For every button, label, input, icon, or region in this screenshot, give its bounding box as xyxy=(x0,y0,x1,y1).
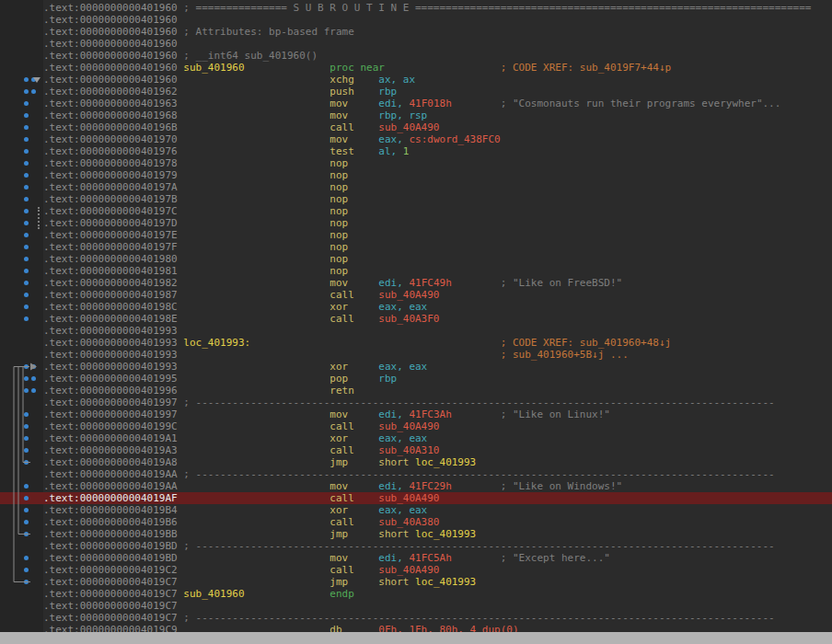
asm-line[interactable]: .text:00000000004019B6 call sub_40A380 xyxy=(0,516,832,528)
breakpoint-dot[interactable] xyxy=(24,125,29,130)
asm-line[interactable]: .text:0000000000401981 nop xyxy=(0,265,832,277)
breakpoint-dot[interactable] xyxy=(24,233,29,237)
asm-line[interactable]: .text:000000000040199C call sub_40A490 xyxy=(0,420,832,432)
line-address: .text:00000000004019C7 xyxy=(43,612,183,624)
asm-line[interactable]: .text:0000000000401960 xyxy=(0,14,832,26)
asm-line[interactable]: .text:0000000000401997 ; ---------------… xyxy=(0,397,832,408)
asm-line[interactable]: .text:000000000040197F nop xyxy=(0,241,832,253)
asm-line[interactable]: .text:0000000000401997 mov edi, 41FC3Ah … xyxy=(0,408,832,420)
breakpoint-dot[interactable] xyxy=(24,580,29,584)
breakpoint-dot[interactable] xyxy=(24,149,29,154)
asm-line[interactable]: .text:0000000000401993 xor eax, eax xyxy=(0,361,832,373)
asm-line[interactable]: .text:0000000000401980 nop xyxy=(0,253,832,265)
breakpoint-dot[interactable] xyxy=(31,89,36,94)
breakpoint-dot[interactable] xyxy=(31,388,36,393)
asm-line[interactable]: .text:0000000000401979 nop xyxy=(0,169,832,181)
asm-line[interactable]: .text:000000000040197A nop xyxy=(0,181,832,193)
asm-line[interactable]: .text:0000000000401960 sub_401960 proc n… xyxy=(0,62,832,74)
breakpoint-dot[interactable] xyxy=(24,161,29,166)
asm-line[interactable]: .text:0000000000401968 mov rbp, rsp xyxy=(0,109,832,121)
breakpoint-dot[interactable] xyxy=(24,436,29,441)
breakpoint-dot[interactable] xyxy=(24,185,29,190)
asm-line[interactable]: .text:00000000004019C7 xyxy=(0,600,832,612)
asm-line[interactable]: .text:00000000004019AF call sub_40A490 xyxy=(0,492,832,504)
breakpoint-dot[interactable] xyxy=(24,269,29,273)
asm-line[interactable]: .text:00000000004019C7 sub_401960 endp xyxy=(0,588,832,600)
asm-line[interactable]: .text:0000000000401978 nop xyxy=(0,157,832,169)
breakpoint-dot[interactable] xyxy=(24,316,29,321)
breakpoint-dot[interactable] xyxy=(24,245,29,249)
asm-line[interactable]: .text:0000000000401995 pop rbp xyxy=(0,373,832,385)
asm-line[interactable]: .text:0000000000401960 xyxy=(0,38,832,50)
asm-line[interactable]: .text:0000000000401960 xchg ax, ax xyxy=(0,74,832,86)
breakpoint-dot[interactable] xyxy=(24,209,29,213)
breakpoint-dot[interactable] xyxy=(24,460,29,465)
asm-line[interactable]: .text:0000000000401993 xyxy=(0,325,832,337)
breakpoint-dot[interactable] xyxy=(31,364,36,369)
asm-line[interactable]: .text:000000000040197D nop xyxy=(0,217,832,229)
asm-line[interactable]: .text:0000000000401960 ; Attributes: bp-… xyxy=(0,26,832,38)
asm-line[interactable]: .text:00000000004019C7 ; ---------------… xyxy=(0,612,832,624)
asm-line[interactable]: .text:000000000040196B call sub_40A490 xyxy=(0,121,832,133)
asm-line[interactable]: .text:0000000000401993 ; sub_401960+5B↓j… xyxy=(0,349,832,361)
breakpoint-dot[interactable] xyxy=(24,532,29,536)
breakpoint-dot[interactable] xyxy=(24,520,29,524)
asm-line[interactable]: .text:0000000000401962 push rbp xyxy=(0,86,832,98)
breakpoint-dot[interactable] xyxy=(24,412,29,417)
breakpoint-dot[interactable] xyxy=(24,257,29,261)
breakpoint-dot[interactable] xyxy=(24,305,29,309)
asm-line[interactable]: .text:00000000004019BD mov edi, 41FC5Ah … xyxy=(0,552,832,564)
asm-line[interactable]: .text:00000000004019A1 xor eax, eax xyxy=(0,432,832,444)
collapse-arrow-icon[interactable] xyxy=(33,77,40,83)
breakpoint-dot[interactable] xyxy=(24,484,29,489)
asm-line[interactable]: .text:000000000040198E call sub_40A3F0 xyxy=(0,313,832,325)
asm-line[interactable]: .text:00000000004019A8 jmp short loc_401… xyxy=(0,456,832,468)
breakpoint-dot[interactable] xyxy=(24,364,29,369)
breakpoint-dot[interactable] xyxy=(24,113,29,118)
breakpoint-dot[interactable] xyxy=(24,568,29,572)
breakpoint-dot[interactable] xyxy=(24,101,29,106)
asm-line[interactable]: .text:000000000040197B nop xyxy=(0,193,832,205)
asm-line[interactable]: .text:0000000000401993 loc_401993: ; COD… xyxy=(0,337,832,349)
asm-plain xyxy=(183,361,329,373)
breakpoint-dot[interactable] xyxy=(24,376,29,381)
line-address: .text:0000000000401960 xyxy=(43,62,183,74)
breakpoint-dot[interactable] xyxy=(24,173,29,178)
asm-line[interactable]: .text:0000000000401987 call sub_40A490 xyxy=(0,289,832,301)
asm-mnem: nop xyxy=(329,157,348,169)
breakpoint-dot[interactable] xyxy=(24,281,29,285)
asm-line[interactable]: .text:0000000000401970 mov eax, cs:dword… xyxy=(0,133,832,145)
asm-line[interactable]: .text:0000000000401996 retn xyxy=(0,385,832,397)
asm-line[interactable]: .text:00000000004019A3 call sub_40A310 xyxy=(0,444,832,456)
breakpoint-dot[interactable] xyxy=(24,89,29,94)
asm-mnem: call xyxy=(329,121,378,133)
breakpoint-dot[interactable] xyxy=(24,77,29,82)
asm-line[interactable]: .text:00000000004019BD ; ---------------… xyxy=(0,540,832,552)
asm-line[interactable]: .text:00000000004019C2 call sub_40A490 xyxy=(0,564,832,576)
breakpoint-dot[interactable] xyxy=(24,137,29,142)
asm-line[interactable]: .text:0000000000401982 mov edi, 41FC49h … xyxy=(0,277,832,289)
asm-line[interactable]: .text:000000000040197E nop xyxy=(0,229,832,241)
breakpoint-dot[interactable] xyxy=(24,197,29,201)
asm-line[interactable]: .text:000000000040197C nop xyxy=(0,205,832,217)
asm-line[interactable]: .text:00000000004019C7 jmp short loc_401… xyxy=(0,576,832,588)
breakpoint-dot[interactable] xyxy=(31,376,36,381)
breakpoint-dot[interactable] xyxy=(24,496,29,500)
breakpoint-dot[interactable] xyxy=(24,388,29,393)
breakpoint-dot[interactable] xyxy=(24,448,29,453)
asm-line[interactable]: .text:0000000000401960 ; __int64 sub_401… xyxy=(0,50,832,62)
asm-line[interactable]: .text:00000000004019AA mov edi, 41FC29h … xyxy=(0,480,832,492)
breakpoint-dot[interactable] xyxy=(24,556,29,560)
asm-line[interactable]: .text:000000000040198C xor eax, eax xyxy=(0,301,832,313)
asm-line[interactable]: .text:00000000004019B4 xor eax, eax xyxy=(0,504,832,516)
breakpoint-dot[interactable] xyxy=(24,424,29,429)
asm-line[interactable]: .text:0000000000401963 mov edi, 41F018h … xyxy=(0,98,832,109)
asm-line[interactable]: .text:0000000000401960 ; ===============… xyxy=(0,2,832,14)
asm-line[interactable]: .text:00000000004019BB jmp short loc_401… xyxy=(0,528,832,540)
breakpoint-dot[interactable] xyxy=(24,293,29,297)
breakpoint-dot[interactable] xyxy=(24,221,29,225)
asm-reg: rbp, rsp xyxy=(378,109,427,121)
asm-line[interactable]: .text:00000000004019AA ; ---------------… xyxy=(0,468,832,480)
asm-line[interactable]: .text:0000000000401976 test al, 1 xyxy=(0,145,832,157)
breakpoint-dot[interactable] xyxy=(24,508,29,512)
